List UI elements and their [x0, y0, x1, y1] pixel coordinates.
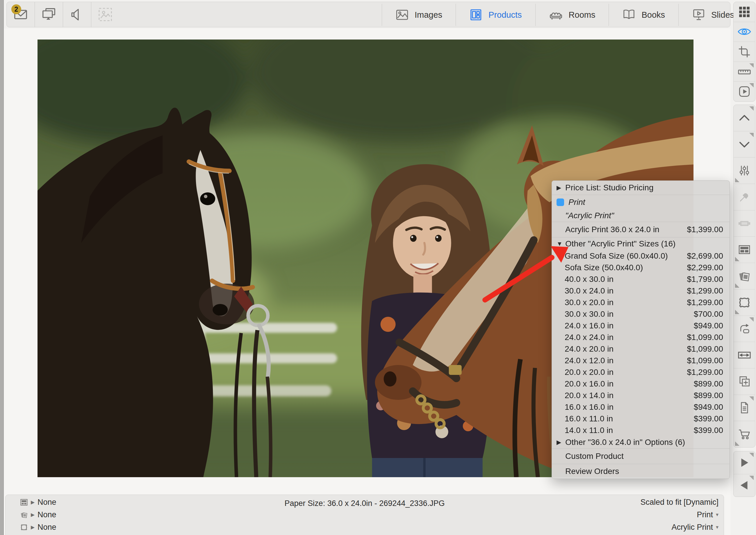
sofa-icon	[549, 8, 563, 22]
stacked-images-icon	[738, 270, 751, 282]
product-type-dropdown[interactable]: Print ▾	[697, 510, 718, 520]
template-selector-row[interactable]: ▶ None	[20, 497, 56, 507]
tab-images-label: Images	[415, 10, 442, 20]
menu-item-review-orders[interactable]: Review Orders	[552, 464, 730, 479]
menu-size-option[interactable]: 14.0 x 11.0 in$399.00	[552, 425, 730, 436]
resize-horizontal-button[interactable]	[734, 342, 755, 368]
frame-value: None	[38, 523, 56, 532]
tab-rooms-label: Rooms	[569, 10, 596, 20]
speaker-button[interactable]	[63, 2, 91, 27]
menu-size-option[interactable]: 30.0 x 30.0 in$700.00	[552, 308, 730, 320]
mat-selector-row[interactable]: ▶ None	[20, 510, 56, 520]
cart-icon	[738, 428, 751, 441]
disclosure-down-triangle-icon: ▼	[557, 240, 565, 247]
menu-size-option[interactable]: 40.0 x 30.0 in$1,799.00	[552, 273, 730, 285]
menu-size-option[interactable]: 16.0 x 11.0 in$399.00	[552, 413, 730, 425]
stacked-images-button[interactable]	[734, 263, 755, 289]
disclosure-right-icon: ▶	[31, 524, 35, 530]
eyedropper-button[interactable]	[734, 184, 755, 210]
play-icon	[738, 85, 751, 98]
slideshow-icon	[692, 8, 705, 21]
tab-books[interactable]: Books	[609, 4, 678, 26]
proselect-app-window: 2 Images Products Rooms	[0, 0, 756, 535]
dropdown-caret-icon: ▾	[716, 512, 718, 518]
menu-size-option[interactable]: 20.0 x 20.0 in$1,299.00	[552, 366, 730, 378]
step-forward-button[interactable]	[734, 451, 755, 474]
sidebar-panel-bottom	[733, 451, 755, 497]
corner-options-triangle	[749, 453, 754, 457]
tab-rooms[interactable]: Rooms	[535, 4, 609, 26]
menu-size-option[interactable]: 24.0 x 24.0 in$1,099.00	[552, 332, 730, 343]
previous-up-button[interactable]	[734, 105, 755, 131]
window-edge-strip	[0, 0, 4, 535]
thumbnails-grid-button[interactable]	[734, 2, 755, 22]
menu-item-custom-product[interactable]: Custom Product	[552, 449, 730, 464]
menu-size-option[interactable]: 24.0 x 20.0 in$1,099.00	[552, 343, 730, 355]
corner-options-triangle	[749, 396, 754, 401]
menu-size-option[interactable]: Grand Sofa Size (60.0x40.0)$2,699.00	[552, 250, 730, 262]
layout-template-button[interactable]	[734, 236, 755, 263]
mat-value: None	[38, 510, 56, 519]
preview-eye-button[interactable]	[734, 22, 755, 42]
menu-item-product-type[interactable]: Print	[552, 195, 730, 210]
corner-options-triangle	[735, 441, 740, 446]
print-color-swatch	[557, 198, 564, 206]
top-toolbar: 2 Images Products Rooms	[6, 2, 730, 27]
next-down-button[interactable]	[734, 131, 755, 157]
shopping-cart-button[interactable]	[734, 421, 755, 447]
menu-size-option[interactable]: 24.0 x 16.0 in$949.00	[552, 320, 730, 332]
menu-item-other-sizes-header[interactable]: ▼ Other "Acrylic Print" Sizes (16)	[552, 238, 730, 250]
submenu-right-triangle-icon: ▶	[557, 184, 565, 191]
frame-selector-row[interactable]: ▶ None	[20, 522, 56, 532]
menu-item-price-list[interactable]: ▶ Price List: Studio Pricing	[552, 181, 730, 195]
eye-icon	[738, 25, 751, 39]
menu-size-option[interactable]: 20.0 x 16.0 in$899.00	[552, 378, 730, 390]
disclosure-right-icon: ▶	[31, 499, 35, 505]
other-sizes-header-label: Other "Acrylic Print" Sizes (16)	[565, 239, 676, 248]
horizontal-arrows-icon	[738, 349, 751, 362]
view-tabs: Images Products Rooms Books Slideshows	[382, 4, 756, 26]
disclosure-right-icon: ▶	[31, 512, 35, 518]
menu-size-option[interactable]: 30.0 x 24.0 in$1,299.00	[552, 285, 730, 297]
status-left-selectors: ▶ None ▶ None ▶ None	[20, 497, 56, 532]
ruler-button[interactable]	[734, 62, 755, 82]
menu-item-current-size[interactable]: Acrylic Print 36.0 x 24.0 in $1,399.00	[552, 222, 730, 237]
play-button[interactable]	[734, 81, 755, 101]
tab-products-label: Products	[488, 10, 522, 20]
dropdown-caret-icon: ▾	[716, 524, 718, 530]
corner-options-triangle	[749, 106, 754, 111]
menu-size-option[interactable]: 24.0 x 12.0 in$1,099.00	[552, 355, 730, 366]
corner-options-triangle	[749, 317, 754, 322]
crop-button[interactable]	[734, 42, 755, 62]
menu-size-option[interactable]: 16.0 x 16.0 in$949.00	[552, 401, 730, 413]
menu-size-option[interactable]: 30.0 x 20.0 in$1,299.00	[552, 297, 730, 308]
order-document-button[interactable]	[734, 395, 755, 421]
image-placeholder-button[interactable]	[91, 2, 119, 27]
tab-products[interactable]: Products	[456, 4, 535, 26]
mail-button[interactable]: 2	[7, 2, 35, 27]
step-back-button[interactable]	[734, 474, 755, 497]
sidebar-panel-middle	[733, 105, 755, 447]
menu-item-other-options[interactable]: ▶ Other "36.0 x 24.0 in" Options (6)	[552, 436, 730, 448]
corner-options-triangle	[735, 283, 740, 288]
other-options-label: Other "36.0 x 24.0 in" Options (6)	[565, 437, 685, 447]
frame-button[interactable]	[734, 289, 755, 316]
add-page-button[interactable]	[734, 368, 755, 395]
crop-icon	[738, 45, 751, 58]
mat-button[interactable]	[734, 210, 755, 237]
document-icon	[738, 401, 751, 414]
menu-size-option[interactable]: Sofa Size (50.0x40.0)$2,299.00	[552, 262, 730, 273]
rotate-button[interactable]	[734, 316, 755, 342]
tab-images[interactable]: Images	[382, 4, 456, 26]
adjustments-button[interactable]	[734, 157, 755, 184]
current-size-label: Acrylic Print 36.0 x 24.0 in	[565, 225, 659, 234]
corner-options-triangle	[749, 476, 754, 480]
displays-button[interactable]	[35, 2, 63, 27]
frame-icon	[20, 523, 28, 531]
bottom-status-bar: ▶ None ▶ None ▶ None Paper Size: 36.0 x …	[5, 494, 724, 535]
product-name-dropdown[interactable]: Acrylic Print ▾	[671, 522, 718, 532]
menu-size-option[interactable]: 20.0 x 14.0 in$899.00	[552, 390, 730, 401]
corner-options-triangle	[735, 310, 740, 314]
products-icon	[469, 8, 483, 21]
grid-icon	[738, 6, 751, 18]
